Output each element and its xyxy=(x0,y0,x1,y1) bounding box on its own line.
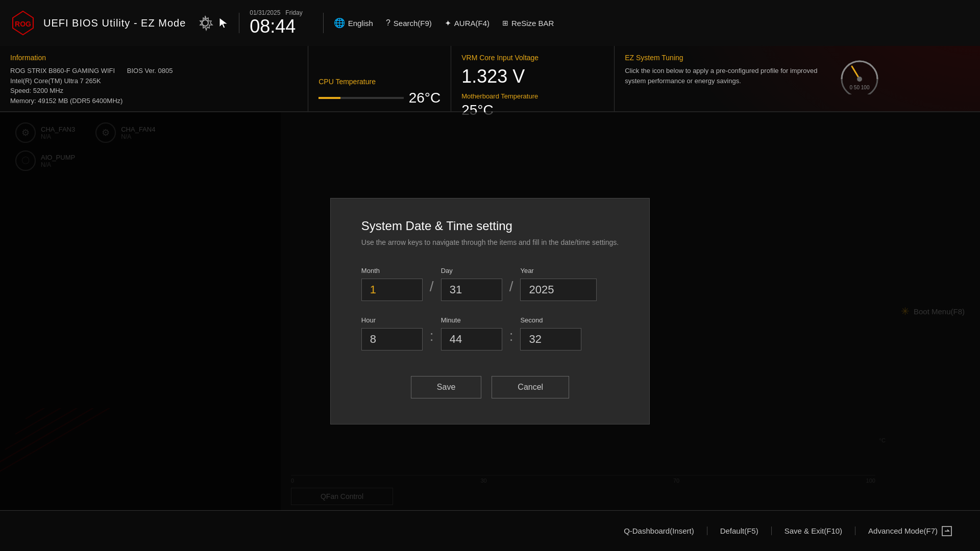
rog-logo-icon: ROG xyxy=(10,10,36,36)
time-row: Hour : Minute : Second xyxy=(361,316,619,350)
resize-icon: ⊞ xyxy=(502,19,508,27)
cpu-temp-section: CPU Temperature 26°C xyxy=(308,46,451,111)
speedometer-icon[interactable]: 0 50 100 xyxy=(837,54,883,94)
month-input[interactable] xyxy=(361,279,423,301)
footer-advanced-label: Advanced Mode(F7) xyxy=(868,527,938,535)
footer: Q-Dashboard(Insert) Default(F5) Save & E… xyxy=(0,510,980,551)
ez-tuning-label: EZ System Tuning xyxy=(625,54,829,62)
year-input[interactable] xyxy=(520,279,597,301)
header-divider2 xyxy=(323,13,324,33)
nav-english[interactable]: 🌐 English xyxy=(334,17,373,29)
hour-field-group: Hour xyxy=(361,316,423,350)
time-sep-1: : xyxy=(428,328,436,344)
second-label: Second xyxy=(520,316,581,324)
nav-resize-label: ReSize BAR xyxy=(511,19,554,28)
dialog-subtitle: Use the arrow keys to navigate through t… xyxy=(361,238,619,246)
date-text: 01/31/2025 xyxy=(250,9,280,16)
date-display: 01/31/2025 Friday xyxy=(250,9,302,16)
temp-bar-area: 26°C xyxy=(318,90,440,106)
day-label: Day xyxy=(441,267,502,274)
svg-point-6 xyxy=(857,77,862,82)
dialog-buttons: Save Cancel xyxy=(361,376,619,398)
temp-bar xyxy=(318,97,403,99)
year-label: Year xyxy=(520,267,597,274)
gear-icon[interactable] xyxy=(196,14,214,32)
nav-english-label: English xyxy=(348,19,373,28)
cpu-temp-label: CPU Temperature xyxy=(318,78,440,86)
second-field-group: Second xyxy=(520,316,581,350)
date-sep-1: / xyxy=(428,279,436,295)
information-label: Information xyxy=(10,54,298,62)
memory-text: Memory: 49152 MB (DDR5 6400MHz) xyxy=(10,96,298,106)
information-section: Information ROG STRIX B860-F GAMING WIFI… xyxy=(0,46,308,111)
nav-resize[interactable]: ⊞ ReSize BAR xyxy=(502,19,554,28)
cursor-icon xyxy=(218,17,229,29)
minute-input[interactable] xyxy=(441,328,502,350)
hour-label: Hour xyxy=(361,316,423,324)
minute-field-group: Minute xyxy=(441,316,502,350)
date-row: Month / Day / Year xyxy=(361,267,619,301)
aura-icon: ✦ xyxy=(445,18,451,28)
second-input[interactable] xyxy=(520,328,581,350)
month-field-group: Month xyxy=(361,267,423,301)
nav-aura-label: AURA(F4) xyxy=(454,19,489,28)
day-field-group: Day xyxy=(441,267,502,301)
dialog-title: System Date & Time setting xyxy=(361,219,619,233)
footer-save-exit[interactable]: Save & Exit(F10) xyxy=(772,527,855,535)
globe-icon: 🌐 xyxy=(334,17,345,29)
vrm-mb-section: VRM Core Input Voltage 1.323 V Motherboa… xyxy=(451,46,615,111)
nav-aura[interactable]: ✦ AURA(F4) xyxy=(445,18,489,28)
ez-tuning-desc: Click the icon below to apply a pre-conf… xyxy=(625,66,829,86)
cpu-temp-value: 26°C xyxy=(409,90,441,106)
svg-text:ROG: ROG xyxy=(15,20,31,28)
vrm-label: VRM Core Input Voltage xyxy=(461,54,604,62)
main-area: ⚙ CHA_FAN3 N/A ⚙ CHA_FAN4 N/A 〇 xyxy=(0,112,980,510)
svg-text:0  50  100: 0 50 100 xyxy=(850,85,870,90)
advanced-mode-icon xyxy=(942,526,952,536)
year-field-group: Year xyxy=(520,267,597,301)
nav-search[interactable]: ? Search(F9) xyxy=(386,18,432,28)
modal-overlay: System Date & Time setting Use the arrow… xyxy=(0,112,980,510)
speed-text: Speed: 5200 MHz xyxy=(10,86,298,96)
time-sep-2: : xyxy=(507,328,516,344)
settings-area xyxy=(196,14,229,32)
datetime-fields: Month / Day / Year xyxy=(361,267,619,350)
save-button[interactable]: Save xyxy=(411,376,481,398)
header-bar: ROG UEFI BIOS Utility - EZ Mode 01/31/20… xyxy=(0,0,980,46)
motherboard-text: ROG STRIX B860-F GAMING WIFI BIOS Ver. 0… xyxy=(10,66,298,76)
day-text: Friday xyxy=(285,9,302,16)
temp-bar-fill xyxy=(318,97,340,99)
footer-qdashboard[interactable]: Q-Dashboard(Insert) xyxy=(611,527,707,535)
search-icon: ? xyxy=(386,18,390,28)
nav-items: 🌐 English ? Search(F9) ✦ AURA(F4) ⊞ ReSi… xyxy=(334,17,554,29)
header-left: ROG UEFI BIOS Utility - EZ Mode xyxy=(10,10,186,36)
dialog: System Date & Time setting Use the arrow… xyxy=(330,198,650,424)
vrm-value: 1.323 V xyxy=(461,66,604,87)
ez-tuning-text: EZ System Tuning Click the icon below to… xyxy=(625,54,829,86)
footer-advanced[interactable]: Advanced Mode(F7) xyxy=(855,526,965,536)
cancel-button[interactable]: Cancel xyxy=(492,376,569,398)
info-bar: Information ROG STRIX B860-F GAMING WIFI… xyxy=(0,46,980,112)
datetime-display: 01/31/2025 Friday 08:44 xyxy=(250,9,302,37)
nav-search-label: Search(F9) xyxy=(394,19,432,28)
time-text: 08:44 xyxy=(250,16,302,37)
month-label: Month xyxy=(361,267,423,274)
header-divider xyxy=(239,13,239,33)
app-title: UEFI BIOS Utility - EZ Mode xyxy=(43,17,186,29)
footer-default[interactable]: Default(F5) xyxy=(707,527,772,535)
hour-input[interactable] xyxy=(361,328,423,350)
svg-marker-3 xyxy=(219,18,228,28)
date-sep-2: / xyxy=(507,279,516,295)
cpu-text: Intel(R) Core(TM) Ultra 7 265K xyxy=(10,76,298,86)
day-input[interactable] xyxy=(441,279,502,301)
ez-tuning-section: EZ System Tuning Click the icon below to… xyxy=(615,46,980,111)
minute-label: Minute xyxy=(441,316,502,324)
mb-temp-label: Motherboard Temperature xyxy=(461,92,604,100)
